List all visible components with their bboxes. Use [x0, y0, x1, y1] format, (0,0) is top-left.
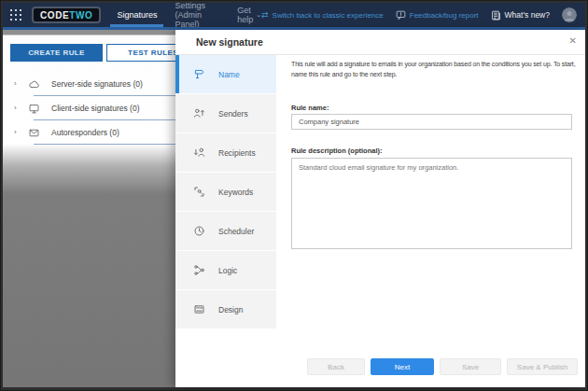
group-label: Server-side signatures (0) — [51, 79, 143, 89]
dialog-title: New signature — [196, 36, 263, 48]
link-label: Switch back to classic experience — [273, 11, 384, 20]
nav-tab-label: Signatures — [117, 10, 157, 20]
switch-arrows-icon: ⇄ — [261, 11, 269, 20]
recipient-person-icon — [193, 147, 205, 159]
new-signature-dialog: New signature ✕ Name Senders — [175, 30, 585, 387]
nav-tab-signatures[interactable]: Signatures — [117, 3, 157, 27]
save-and-publish-button[interactable]: Save & Publish — [507, 358, 578, 375]
rule-description-textarea[interactable]: Standard cloud email signature for my or… — [291, 158, 572, 249]
rule-groups-list: › Server-side signatures (0) › Client-si… — [3, 72, 175, 145]
step-name[interactable]: Name — [175, 55, 276, 94]
chevron-right-icon: › — [14, 80, 21, 88]
sender-person-icon — [193, 107, 205, 119]
save-button[interactable]: Save — [440, 358, 501, 375]
step-design[interactable]: Design — [175, 290, 276, 329]
signpost-icon — [193, 68, 205, 80]
test-rules-button[interactable]: TEST RULES — [106, 44, 175, 62]
logo-text-code: CODE — [40, 10, 69, 21]
step-content: This rule will add a signature to emails… — [276, 55, 585, 387]
rule-name-label: Rule name: — [291, 104, 329, 112]
step-senders[interactable]: Senders — [175, 94, 276, 133]
nav-menu-get-help[interactable]: Get help ⌄ — [237, 3, 261, 27]
nav-tab-settings-admin-panel[interactable]: Settings (Admin Panel) — [175, 3, 219, 27]
design-layout-icon — [193, 303, 205, 315]
group-label: Autoresponders (0) — [51, 128, 119, 137]
link-label: Feedback/bug report — [410, 11, 479, 20]
step-logic[interactable]: Logic — [175, 251, 276, 290]
keywords-brackets-icon — [193, 186, 205, 198]
feedback-bubble-icon — [396, 10, 406, 21]
step-label: Scheduler — [218, 227, 254, 236]
background-page: CREATE RULE TEST RULES › Server-side sig… — [3, 30, 175, 387]
step-label: Senders — [218, 109, 248, 119]
back-button[interactable]: Back — [307, 358, 365, 375]
nav-tabs: Signatures Settings (Admin Panel) Get he… — [117, 3, 261, 27]
app-window: CODETWO Signatures Settings (Admin Panel… — [0, 0, 588, 391]
step-scheduler[interactable]: Scheduler — [175, 212, 276, 251]
wizard-steps: Name Senders Recipients — [175, 55, 276, 329]
step-intro-text: This rule will add a signature to emails… — [291, 59, 581, 79]
next-button[interactable]: Next — [371, 358, 434, 375]
whats-new-icon — [491, 10, 501, 21]
nav-tab-label: Get help — [237, 6, 253, 24]
group-autoresponders[interactable]: › Autoresponders (0) — [3, 120, 175, 145]
chevron-right-icon: › — [14, 105, 21, 112]
group-client-side-signatures[interactable]: › Client-side signatures (0) — [3, 96, 175, 120]
logic-branch-icon — [193, 264, 205, 276]
user-avatar[interactable] — [562, 7, 577, 22]
create-rule-button[interactable]: CREATE RULE — [10, 44, 103, 62]
top-nav: CODETWO Signatures Settings (Admin Panel… — [3, 3, 585, 27]
group-label: Client-side signatures (0) — [51, 104, 139, 113]
logo-text-two: TWO — [69, 10, 92, 21]
app-launcher-icon[interactable] — [10, 9, 21, 21]
nav-right-cluster: ⇄ Switch back to classic experience Feed… — [261, 7, 585, 22]
cloud-icon — [28, 78, 40, 91]
step-label: Recipients — [218, 148, 256, 158]
step-label: Name — [218, 70, 240, 79]
codetwo-logo: CODETWO — [32, 7, 101, 23]
caret-down-icon: ⌄ — [256, 11, 261, 19]
rule-description-label: Rule description (optional): — [291, 147, 383, 155]
divider — [34, 144, 175, 145]
dialog-footer: Back Next Save Save & Publish — [307, 358, 578, 375]
whats-new-link[interactable]: What's new? — [491, 10, 550, 21]
link-label: What's new? — [505, 10, 550, 20]
monitor-icon — [28, 103, 40, 115]
nav-tab-label: Settings (Admin Panel) — [175, 1, 219, 29]
person-icon — [562, 7, 577, 22]
step-keywords[interactable]: Keywords — [175, 173, 276, 212]
feedback-bug-report-link[interactable]: Feedback/bug report — [396, 10, 479, 21]
step-label: Logic — [218, 266, 237, 275]
chevron-right-icon: › — [14, 129, 21, 136]
step-label: Keywords — [218, 188, 253, 197]
dialog-header: New signature ✕ — [175, 30, 585, 55]
switch-classic-link[interactable]: ⇄ Switch back to classic experience — [261, 11, 384, 20]
step-recipients[interactable]: Recipients — [175, 133, 276, 173]
close-icon[interactable]: ✕ — [569, 35, 577, 46]
clock-icon — [193, 225, 205, 237]
rule-name-input[interactable] — [291, 114, 572, 130]
autoresponder-icon — [28, 127, 40, 139]
step-label: Design — [218, 305, 243, 314]
group-server-side-signatures[interactable]: › Server-side signatures (0) — [3, 72, 175, 96]
